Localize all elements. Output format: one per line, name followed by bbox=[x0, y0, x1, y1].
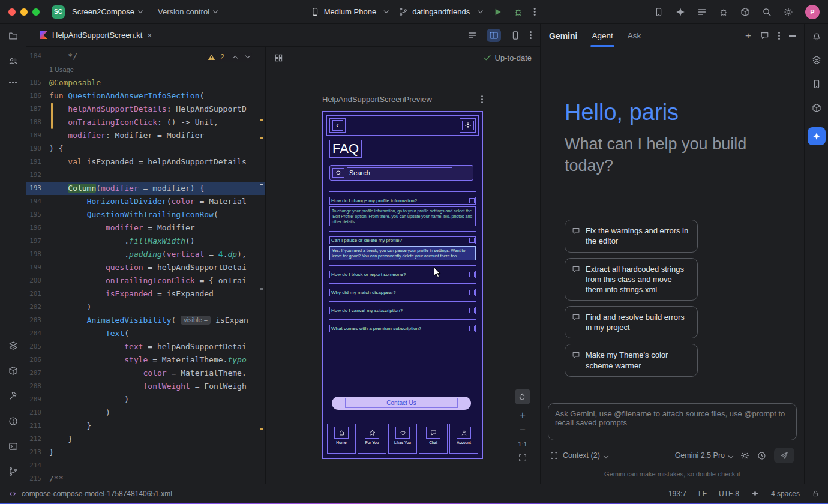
bottom-nav-item[interactable]: For You bbox=[358, 424, 386, 454]
settings-button[interactable] bbox=[460, 118, 476, 133]
code-line[interactable]: 204 Text( bbox=[26, 327, 265, 340]
warning-tick[interactable] bbox=[260, 137, 263, 139]
code-line[interactable]: 210 ) bbox=[26, 406, 265, 419]
resource-layers-icon[interactable] bbox=[8, 341, 18, 350]
code-line[interactable]: 202 ) bbox=[26, 301, 265, 314]
readonly-lock-icon[interactable] bbox=[812, 490, 820, 497]
line-number[interactable]: 203 bbox=[26, 314, 49, 327]
line-number[interactable]: 187 bbox=[26, 103, 49, 116]
code-line[interactable]: 206 style = MaterialTheme.typo bbox=[26, 353, 265, 367]
next-warning-icon[interactable] bbox=[245, 53, 250, 58]
line-number[interactable]: 196 bbox=[26, 221, 49, 235]
search-bar[interactable]: Search bbox=[329, 165, 473, 181]
preview-options-kebab[interactable] bbox=[481, 95, 483, 104]
line-number[interactable]: 184 bbox=[26, 50, 49, 63]
code-line[interactable]: 201 isExpanded = isExpanded bbox=[26, 287, 265, 301]
suggestion-card[interactable]: Fix the warnings and errors in the edito… bbox=[565, 220, 698, 252]
suggestion-card[interactable]: Find and resolve build errors in my proj… bbox=[565, 306, 698, 338]
indent-widget[interactable]: 4 spaces bbox=[771, 490, 800, 498]
line-number[interactable]: 199 bbox=[26, 261, 49, 274]
zoom-to-fit-button[interactable] bbox=[518, 454, 527, 462]
minimize-window-button[interactable] bbox=[20, 8, 28, 16]
code-line[interactable]: 213} bbox=[26, 446, 265, 459]
model-selector[interactable]: Gemini 2.5 Pro bbox=[675, 451, 733, 460]
code-line[interactable]: 193 Column(modifier = modifier) { bbox=[26, 182, 265, 195]
code-line[interactable]: 200 onTrailingIconClick = { onTrai bbox=[26, 274, 265, 287]
gemini-settings-gear-icon[interactable] bbox=[740, 451, 749, 460]
code-line[interactable]: 198 .padding(vertical = 4.dp), bbox=[26, 248, 265, 261]
code-line[interactable]: 191 val isExpanded = helpAndSupportDetai… bbox=[26, 155, 265, 169]
faq-question-row[interactable]: What comes with a premium subscription? bbox=[329, 325, 476, 332]
contact-us-button[interactable]: Contact Us bbox=[332, 397, 471, 410]
build-hammer-icon[interactable] bbox=[8, 391, 18, 401]
line-number[interactable]: 204 bbox=[26, 327, 49, 340]
zoom-in-button[interactable]: + bbox=[520, 410, 526, 419]
line-number[interactable]: 193 bbox=[26, 182, 49, 195]
send-prompt-button[interactable] bbox=[774, 448, 794, 463]
running-devices-icon[interactable] bbox=[654, 7, 664, 17]
code-line[interactable]: 1 Usage bbox=[26, 63, 265, 76]
expand-trailing-icon[interactable] bbox=[469, 272, 475, 277]
line-number[interactable]: 192 bbox=[26, 169, 49, 182]
preview-canvas[interactable]: HelpAndSupportScreenPreview ‹ FAQ Search bbox=[266, 68, 540, 484]
resource-manager-icon[interactable] bbox=[812, 103, 821, 113]
line-number[interactable]: 211 bbox=[26, 419, 49, 433]
preview-name[interactable]: HelpAndSupportScreenPreview bbox=[322, 95, 432, 104]
encoding-widget[interactable]: UTF-8 bbox=[719, 490, 739, 498]
line-number[interactable]: 200 bbox=[26, 274, 49, 287]
hide-panel-button[interactable] bbox=[789, 35, 796, 37]
code-line[interactable]: 207 color = MaterialTheme. bbox=[26, 367, 265, 380]
line-number[interactable]: 215 bbox=[26, 472, 49, 484]
ai-status-spark-icon[interactable] bbox=[751, 490, 759, 497]
code-line[interactable]: 211 } bbox=[26, 419, 265, 433]
history-clock-icon[interactable] bbox=[757, 451, 766, 460]
design-view-icon[interactable] bbox=[511, 31, 520, 40]
code-line[interactable]: 215/** bbox=[26, 472, 265, 484]
suggestion-card[interactable]: Make my Theme's color scheme warmer bbox=[565, 344, 698, 376]
bottom-nav-item[interactable]: Likes You bbox=[388, 424, 417, 454]
code-line[interactable]: 194 HorizontalDivider(color = Material bbox=[26, 195, 265, 208]
code-line[interactable]: 197 .fillMaxWidth() bbox=[26, 235, 265, 248]
code-line[interactable]: 199 question = helpAndSupportDetai bbox=[26, 261, 265, 274]
expand-trailing-icon[interactable] bbox=[469, 308, 475, 313]
device-selector[interactable]: Medium Phone bbox=[311, 7, 388, 16]
line-number[interactable]: 201 bbox=[26, 287, 49, 301]
caret-tick[interactable] bbox=[260, 184, 263, 185]
line-number[interactable]: 209 bbox=[26, 393, 49, 406]
close-window-button[interactable] bbox=[8, 8, 16, 16]
collaboration-icon[interactable] bbox=[8, 56, 18, 66]
expand-trailing-icon[interactable] bbox=[469, 326, 475, 331]
phone-preview[interactable]: ‹ FAQ Search How do I change my profile … bbox=[322, 111, 483, 459]
code-line[interactable]: 188 onTrailingIconClick: () -> Unit, bbox=[26, 116, 265, 129]
line-number[interactable]: 194 bbox=[26, 195, 49, 208]
line-number[interactable]: 210 bbox=[26, 406, 49, 419]
new-chat-button[interactable]: + bbox=[745, 31, 751, 41]
inspection-widget[interactable]: 2 bbox=[205, 52, 252, 62]
preview-grid-icon[interactable] bbox=[274, 53, 283, 62]
code-line[interactable]: 196 modifier = Modifier bbox=[26, 221, 265, 235]
line-number[interactable]: 205 bbox=[26, 340, 49, 353]
line-separator-widget[interactable]: LF bbox=[698, 490, 707, 498]
zoom-level-label[interactable]: 1:1 bbox=[518, 440, 527, 448]
suggestion-card[interactable]: Extract all hardcoded strings from this … bbox=[565, 258, 698, 301]
problems-icon[interactable] bbox=[8, 416, 18, 426]
line-number[interactable]: 188 bbox=[26, 116, 49, 129]
user-avatar[interactable]: P bbox=[805, 5, 820, 19]
more-tool-windows-icon[interactable] bbox=[9, 82, 17, 83]
settings-gear-icon[interactable] bbox=[784, 7, 793, 17]
run-button[interactable] bbox=[493, 7, 502, 17]
notifications-bell-icon[interactable] bbox=[812, 31, 821, 41]
device-explorer-icon[interactable] bbox=[812, 79, 821, 89]
close-tab-icon[interactable]: × bbox=[147, 31, 152, 40]
code-line[interactable]: 187 helpAndSupportDetails: HelpAndSuppor… bbox=[26, 103, 265, 116]
pan-tool-button[interactable] bbox=[515, 389, 530, 404]
version-control-branch-icon[interactable] bbox=[8, 467, 18, 476]
faq-question-row[interactable]: Why did my match disappear? bbox=[329, 289, 476, 296]
code-line[interactable]: 186fun QuestionAndAnswerInfoSection( bbox=[26, 89, 265, 103]
bottom-nav-item[interactable]: Home bbox=[327, 424, 356, 454]
code-line[interactable]: 208 fontWeight = FontWeigh bbox=[26, 380, 265, 393]
line-number[interactable] bbox=[26, 63, 49, 76]
build-variants-icon[interactable] bbox=[8, 366, 18, 376]
editor-tab[interactable]: HelpAndSupportScreen.kt × bbox=[32, 24, 160, 46]
line-number[interactable]: 186 bbox=[26, 89, 49, 103]
